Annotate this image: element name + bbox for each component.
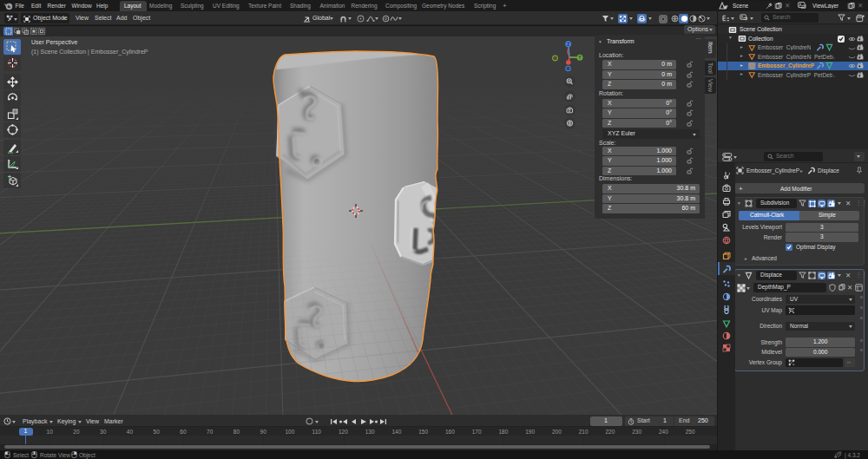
svg-text:Z: Z <box>567 42 569 47</box>
